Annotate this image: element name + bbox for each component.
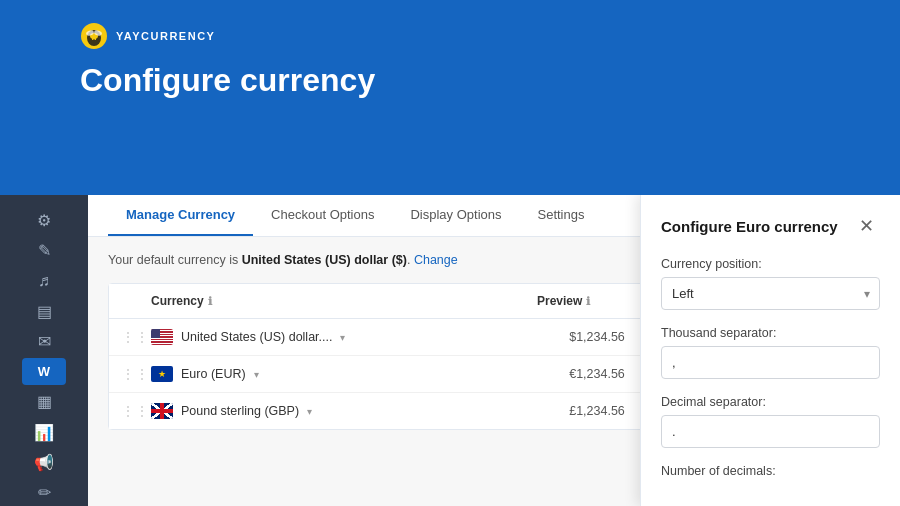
decimal-separator-label: Decimal separator: <box>661 395 880 409</box>
thousand-separator-label: Thousand separator: <box>661 326 880 340</box>
currency-position-select[interactable]: Left Right Left space Right space <box>661 277 880 310</box>
svg-rect-6 <box>95 35 97 40</box>
drag-handle-eur[interactable]: ⋮⋮ <box>121 366 151 382</box>
preview-eur: €1,234.56 <box>537 367 657 381</box>
preview-usd: $1,234.56 <box>537 330 657 344</box>
thousand-separator-input[interactable] <box>661 346 880 379</box>
currency-dropdown-arrow-gbp[interactable]: ▾ <box>307 406 312 417</box>
sidebar: ⚙ ✎ ♬ ▤ ✉ W ▦ 📊 📢 ✏ <box>0 195 88 506</box>
brand-name: YAYCURRENCY <box>116 30 215 42</box>
marketing-icon: 📢 <box>34 453 54 472</box>
flag-gb <box>151 403 173 419</box>
sidebar-item-edit[interactable]: ✎ <box>22 237 66 263</box>
currency-position-group: Currency position: Left Right Left space… <box>661 257 880 310</box>
sidebar-item-grid[interactable]: ▦ <box>22 389 66 415</box>
svg-rect-5 <box>92 35 94 40</box>
comments-icon: ✉ <box>38 332 51 351</box>
currency-name-eur: Euro (EUR) <box>181 367 246 381</box>
sidebar-item-media[interactable]: ♬ <box>22 268 66 294</box>
side-panel: Configure Euro currency ✕ Currency posit… <box>640 195 900 506</box>
bee-icon <box>80 22 108 50</box>
sidebar-item-analytics[interactable]: 📊 <box>22 419 66 445</box>
main-area: ⚙ ✎ ♬ ▤ ✉ W ▦ 📊 📢 ✏ Man <box>0 195 900 506</box>
tab-display-options[interactable]: Display Options <box>392 195 519 236</box>
th-preview: Preview ℹ <box>537 294 657 308</box>
side-panel-title: Configure Euro currency <box>661 218 838 235</box>
currency-dropdown-arrow-eur[interactable]: ▾ <box>254 369 259 380</box>
tab-checkout-options[interactable]: Checkout Options <box>253 195 392 236</box>
decimal-separator-input[interactable] <box>661 415 880 448</box>
currency-dropdown-arrow-usd[interactable]: ▾ <box>340 332 345 343</box>
currency-position-select-wrapper: Left Right Left space Right space ▾ <box>661 277 880 310</box>
sidebar-item-plugins[interactable]: ⚙ <box>22 207 66 233</box>
tools-icon: ✏ <box>38 483 51 502</box>
currency-info-icon: ℹ <box>208 295 212 308</box>
grid-icon: ▦ <box>37 392 52 411</box>
currency-name-gbp: Pound sterling (GBP) <box>181 404 299 418</box>
sidebar-item-pages[interactable]: ▤ <box>22 298 66 324</box>
content-panel: Manage Currency Checkout Options Display… <box>88 195 900 506</box>
currency-position-label: Currency position: <box>661 257 880 271</box>
preview-info-icon: ℹ <box>586 295 590 308</box>
page-title: Configure currency <box>80 62 820 99</box>
preview-gbp: £1,234.56 <box>537 404 657 418</box>
plugins-icon: ⚙ <box>37 211 51 230</box>
tab-settings[interactable]: Settings <box>519 195 602 236</box>
drag-handle-usd[interactable]: ⋮⋮ <box>121 329 151 345</box>
number-of-decimals-group: Number of decimals: <box>661 464 880 478</box>
currency-cell-eur: ★ Euro (EUR) ▾ <box>151 366 537 382</box>
brand: YAYCURRENCY <box>80 22 820 50</box>
sidebar-item-marketing[interactable]: 📢 <box>22 449 66 475</box>
media-icon: ♬ <box>38 272 50 290</box>
drag-handle-gbp[interactable]: ⋮⋮ <box>121 403 151 419</box>
th-currency: Currency ℹ <box>151 294 537 308</box>
flag-us <box>151 329 173 345</box>
currency-name-usd: United States (US) dollar.... <box>181 330 332 344</box>
decimal-separator-group: Decimal separator: <box>661 395 880 448</box>
currency-cell-gbp: Pound sterling (GBP) ▾ <box>151 403 537 419</box>
number-of-decimals-label: Number of decimals: <box>661 464 880 478</box>
header-area: YAYCURRENCY Configure currency <box>0 0 900 127</box>
change-currency-link[interactable]: Change <box>414 253 458 267</box>
sidebar-item-woo[interactable]: W <box>22 358 66 384</box>
default-currency-name: United States (US) dollar ($) <box>242 253 407 267</box>
edit-icon: ✎ <box>38 241 51 260</box>
thousand-separator-group: Thousand separator: <box>661 326 880 379</box>
flag-eu: ★ <box>151 366 173 382</box>
close-panel-button[interactable]: ✕ <box>853 215 880 237</box>
tab-manage-currency[interactable]: Manage Currency <box>108 195 253 236</box>
sidebar-item-comments[interactable]: ✉ <box>22 328 66 354</box>
pages-icon: ▤ <box>37 302 52 321</box>
chart-icon: 📊 <box>34 423 54 442</box>
currency-cell-usd: United States (US) dollar.... ▾ <box>151 329 537 345</box>
woo-icon: W <box>38 364 50 379</box>
side-panel-header: Configure Euro currency ✕ <box>661 215 880 237</box>
sidebar-item-tools[interactable]: ✏ <box>22 480 66 506</box>
